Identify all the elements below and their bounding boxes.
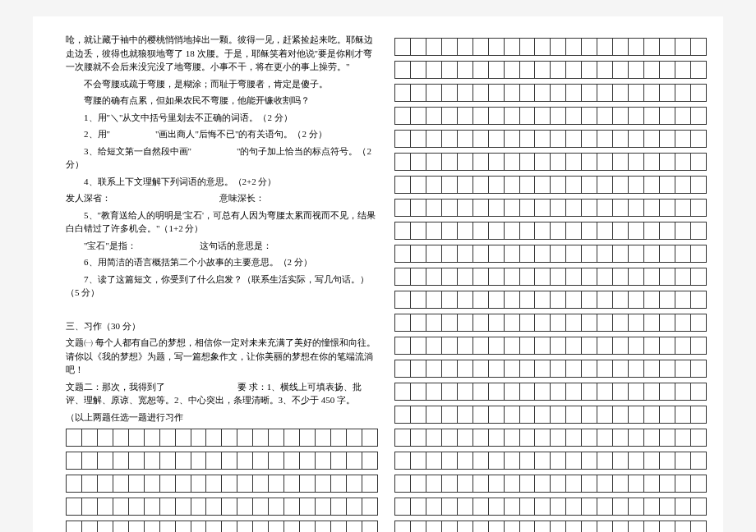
grid-row xyxy=(66,498,378,516)
grid-cell xyxy=(316,452,331,470)
grid-cell xyxy=(504,177,519,194)
grid-cell xyxy=(582,429,597,447)
grid-cell xyxy=(237,498,253,516)
grid-cell xyxy=(551,498,566,516)
composition-topic1: 文题㈠ 每个人都有自己的梦想，相信你一定对未来充满了美好的憧憬和向往。请你以《我… xyxy=(66,336,378,377)
question-4: 4、联系上下文理解下列词语的意思。（2+2 分） xyxy=(66,175,378,189)
grid-row-block xyxy=(394,383,707,401)
question-7: 7、读了这篇短文，你受到了什么启发？（联系生活实际，写几句话。）（5 分） xyxy=(66,273,378,300)
grid-cell xyxy=(690,291,706,309)
grid-cell xyxy=(613,154,629,171)
grid-cell xyxy=(395,314,411,332)
grid-cell xyxy=(613,200,629,217)
grid-cell xyxy=(426,337,441,355)
grid-cell xyxy=(426,360,441,378)
grid-cell xyxy=(97,429,113,447)
grid-cell xyxy=(441,85,457,102)
grid-cell xyxy=(426,521,441,533)
grid-cell xyxy=(675,475,690,493)
grid-cell xyxy=(551,108,566,125)
grid-cell xyxy=(67,498,82,516)
grid-cell xyxy=(81,452,97,470)
grid-cell xyxy=(644,108,660,125)
grid-row xyxy=(394,199,707,217)
grid-cell xyxy=(597,177,613,194)
grid-cell xyxy=(395,222,411,240)
grid-cell xyxy=(690,108,706,125)
grid-cell xyxy=(535,39,551,56)
grid-cell xyxy=(410,360,426,378)
grid-cell xyxy=(675,85,690,102)
grid-cell xyxy=(395,245,411,263)
grid-cell xyxy=(535,62,551,79)
grid-row xyxy=(394,107,707,125)
grid-cell xyxy=(472,62,488,79)
grid-cell xyxy=(113,475,128,493)
grid-cell xyxy=(457,200,472,217)
grid-cell xyxy=(488,245,504,263)
grid-cell xyxy=(629,200,644,217)
grid-cell xyxy=(457,360,472,378)
grid-cell xyxy=(659,245,675,263)
grid-cell xyxy=(237,475,253,493)
grid-cell xyxy=(582,337,597,355)
grid-cell xyxy=(659,177,675,194)
grid-cell xyxy=(300,452,316,470)
grid-cell xyxy=(690,498,706,516)
grid-cell xyxy=(441,268,457,286)
grid-cell xyxy=(395,498,411,516)
grid-cell xyxy=(644,62,660,79)
grid-cell xyxy=(67,521,82,533)
grid-cell xyxy=(519,222,535,240)
grid-cell xyxy=(613,39,629,56)
grid-cell xyxy=(519,154,535,171)
grid-cell xyxy=(551,177,566,194)
grid-cell xyxy=(472,475,488,493)
grid-cell xyxy=(472,131,488,148)
grid-row-block xyxy=(394,61,707,79)
grid-cell xyxy=(395,337,411,355)
grid-cell xyxy=(629,383,644,401)
grid-cell xyxy=(426,429,441,447)
grid-cell xyxy=(362,521,377,533)
grid-cell xyxy=(644,360,660,378)
grid-cell xyxy=(566,498,582,516)
grid-cell xyxy=(222,521,237,533)
grid-cell xyxy=(504,154,519,171)
grid-cell xyxy=(253,429,269,447)
grid-cell xyxy=(551,475,566,493)
grid-cell xyxy=(613,521,629,533)
grid-cell xyxy=(504,475,519,493)
grid-cell xyxy=(644,154,660,171)
grid-cell xyxy=(426,39,441,56)
grid-cell xyxy=(629,222,644,240)
grid-cell xyxy=(535,360,551,378)
grid-cell xyxy=(690,383,706,401)
grid-cell xyxy=(597,452,613,470)
grid-cell xyxy=(597,314,613,332)
grid-cell xyxy=(284,475,300,493)
grid-cell xyxy=(519,200,535,217)
grid-row-block xyxy=(66,498,378,516)
grid-cell xyxy=(566,268,582,286)
grid-cell xyxy=(346,475,362,493)
grid-cell xyxy=(675,245,690,263)
grid-cell xyxy=(659,498,675,516)
grid-cell xyxy=(535,498,551,516)
grid-cell xyxy=(690,429,706,447)
grid-cell xyxy=(535,383,551,401)
grid-cell xyxy=(659,131,675,148)
grid-cell xyxy=(457,268,472,286)
grid-cell xyxy=(659,337,675,355)
question-5-sub: "宝石"是指： 这句话的意思是： xyxy=(66,239,378,253)
grid-cell xyxy=(457,521,472,533)
grid-cell xyxy=(582,268,597,286)
grid-row-block xyxy=(394,268,707,286)
grid-cell xyxy=(551,452,566,470)
grid-cell xyxy=(582,39,597,56)
grid-cell xyxy=(410,177,426,194)
grid-cell xyxy=(535,154,551,171)
grid-cell xyxy=(675,268,690,286)
grid-cell xyxy=(97,521,113,533)
grid-cell xyxy=(551,291,566,309)
